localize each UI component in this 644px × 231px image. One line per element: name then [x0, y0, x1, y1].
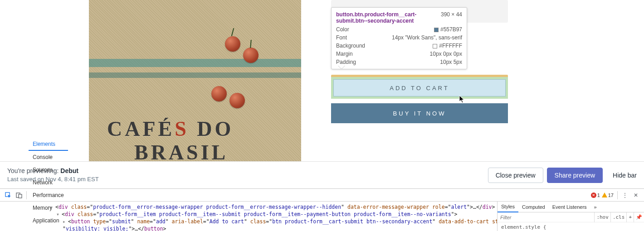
- styles-tab-event-listeners[interactable]: Event Listeners: [549, 202, 590, 212]
- hide-bar-link[interactable]: Hide bar: [613, 172, 637, 179]
- error-count[interactable]: ✕1: [591, 192, 600, 198]
- tooltip-row-value: 10px 0px 0px: [430, 51, 462, 57]
- tooltip-row-label: Font: [336, 34, 347, 41]
- theme-preview-bar: You're previewing: Debut Last saved on N…: [0, 161, 644, 188]
- svg-rect-2: [19, 194, 22, 198]
- styles-pane: StylesComputedEvent Listeners» :hov .cls…: [497, 202, 644, 231]
- devtools-tabbar: ElementsConsoleSourcesNetworkPerformance…: [0, 189, 644, 202]
- tooltip-dimensions: 390 × 44: [441, 11, 462, 18]
- inspect-icon[interactable]: [3, 190, 14, 201]
- tooltip-row-label: Margin: [336, 51, 353, 57]
- image-text-s: S: [175, 117, 189, 140]
- add-to-cart-button[interactable]: ADD TO CART: [333, 79, 506, 96]
- tooltip-row-label: Color: [336, 26, 349, 33]
- styles-tabs-overflow-icon[interactable]: »: [590, 202, 600, 212]
- image-text-do: DO: [189, 117, 234, 140]
- mouse-cursor-icon: [459, 95, 465, 103]
- tooltip-row-value: 10px 5px: [440, 59, 462, 65]
- tooltip-row-value: #557B97: [434, 26, 462, 33]
- close-preview-button[interactable]: Close preview: [488, 168, 543, 183]
- last-saved-label: Last saved on Nov 4, 8:41 pm EST: [7, 175, 484, 183]
- devtools-tab-performance[interactable]: Performance: [29, 189, 68, 202]
- page-viewport: CAFÉS DO BRASIL ADD TO CART BUY IT NOW b…: [0, 0, 644, 161]
- styles-tab-styles[interactable]: Styles: [498, 202, 518, 212]
- tooltip-row-label: Background: [336, 43, 365, 49]
- tooltip-selector: button.btn.product-form__cart-submit.btn…: [336, 11, 427, 24]
- dom-tree[interactable]: ▸<div class="product-form__error-message…: [0, 202, 497, 231]
- devtools-close-icon[interactable]: ✕: [630, 190, 641, 201]
- tooltip-row-value: #FFFFFF: [433, 43, 462, 49]
- device-toggle-icon[interactable]: [14, 190, 24, 201]
- share-preview-button[interactable]: Share preview: [547, 168, 603, 183]
- styles-filter-input[interactable]: [498, 214, 594, 221]
- devtools-tab-network[interactable]: Network: [29, 176, 68, 189]
- add-to-cart-highlight: ADD TO CART: [331, 75, 508, 99]
- inspector-tooltip: button.btn.product-form__cart-submit.btn…: [331, 7, 467, 69]
- buy-now-button[interactable]: BUY IT NOW: [331, 103, 508, 123]
- add-rule-button[interactable]: +: [626, 212, 634, 222]
- warning-count[interactable]: 17: [602, 192, 614, 198]
- devtools-tab-elements[interactable]: Elements: [29, 138, 68, 151]
- devtools-panel: ElementsConsoleSourcesNetworkPerformance…: [0, 188, 644, 231]
- tooltip-row-label: Padding: [336, 59, 356, 65]
- tooltip-row-value: 14px "Work Sans", sans-serif: [392, 34, 462, 41]
- styles-pin-icon[interactable]: 📌: [634, 212, 644, 222]
- devtools-tab-console[interactable]: Console: [29, 151, 68, 164]
- image-text-cafe: CAFÉ: [107, 117, 175, 140]
- cls-toggle[interactable]: .cls: [610, 212, 627, 222]
- devtools-tab-sources[interactable]: Sources: [29, 164, 68, 176]
- hov-toggle[interactable]: :hov: [594, 212, 610, 222]
- styles-tab-computed[interactable]: Computed: [518, 202, 549, 212]
- element-style-rule[interactable]: element.style {: [498, 222, 644, 231]
- devtools-menu-icon[interactable]: ⋮: [620, 190, 630, 201]
